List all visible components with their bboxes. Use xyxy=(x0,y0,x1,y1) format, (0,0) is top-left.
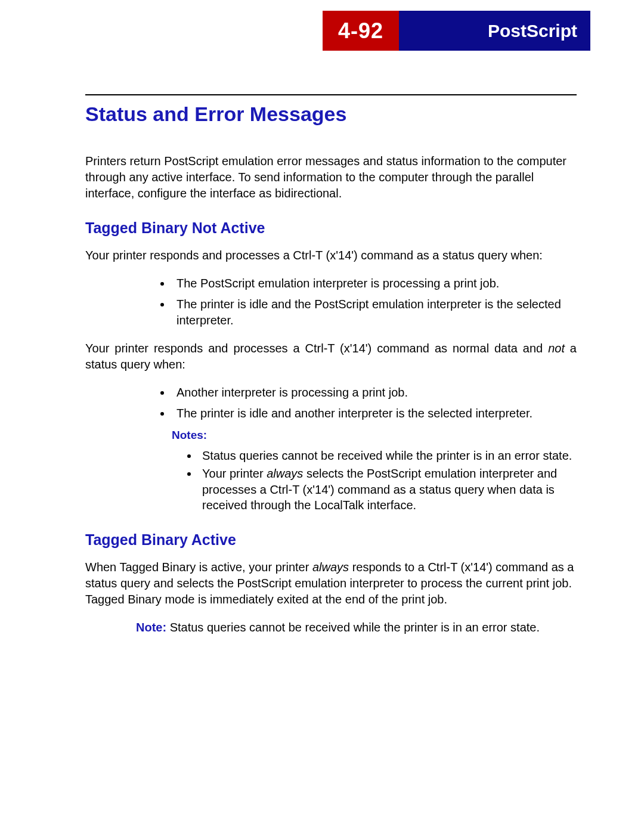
page: 4-92 PostScript Status and Error Message… xyxy=(0,0,644,833)
list-item: The PostScript emulation interpreter is … xyxy=(172,275,577,292)
tba-paragraph: When Tagged Binary is active, your print… xyxy=(85,559,577,608)
page-content: Status and Error Messages Printers retur… xyxy=(85,94,577,648)
tbna-list2: Another interpreter is processing a prin… xyxy=(85,385,577,422)
page-number: 4-92 xyxy=(323,11,399,51)
text-italic: not xyxy=(548,342,565,355)
tba-note: Note: Status queries cannot be received … xyxy=(136,620,577,636)
section-title: PostScript xyxy=(399,11,590,51)
tbna-p1: Your printer responds and processes a Ct… xyxy=(85,247,577,264)
text-italic: always xyxy=(312,561,349,574)
text-run: When Tagged Binary is active, your print… xyxy=(85,561,312,574)
list-item: Status queries cannot be received while … xyxy=(199,448,577,463)
tbna-notes: Status queries cannot be received while … xyxy=(85,448,577,513)
page-header: 4-92 PostScript xyxy=(323,11,590,51)
tbna-list1: The PostScript emulation interpreter is … xyxy=(85,275,577,329)
rule xyxy=(85,94,577,95)
notes-label: Notes: xyxy=(172,429,577,442)
list-item: The printer is idle and another interpre… xyxy=(172,405,577,422)
main-heading: Status and Error Messages xyxy=(85,103,577,126)
list-item: Your printer always selects the PostScri… xyxy=(199,466,577,513)
tba-heading: Tagged Binary Active xyxy=(85,531,577,549)
tbna-heading: Tagged Binary Not Active xyxy=(85,219,577,237)
list-item: The printer is idle and the PostScript e… xyxy=(172,296,577,329)
list-item: Another interpreter is processing a prin… xyxy=(172,385,577,401)
text-run: Your printer xyxy=(202,467,267,480)
text-italic: always xyxy=(267,467,303,480)
intro-paragraph: Printers return PostScript emulation err… xyxy=(85,153,577,202)
tbna-p2: Your printer responds and processes a Ct… xyxy=(85,340,577,373)
text-run: Your printer responds and processes a Ct… xyxy=(85,342,548,355)
note-prefix: Note: xyxy=(136,621,166,634)
text-run: Status queries cannot be received while … xyxy=(166,621,540,634)
